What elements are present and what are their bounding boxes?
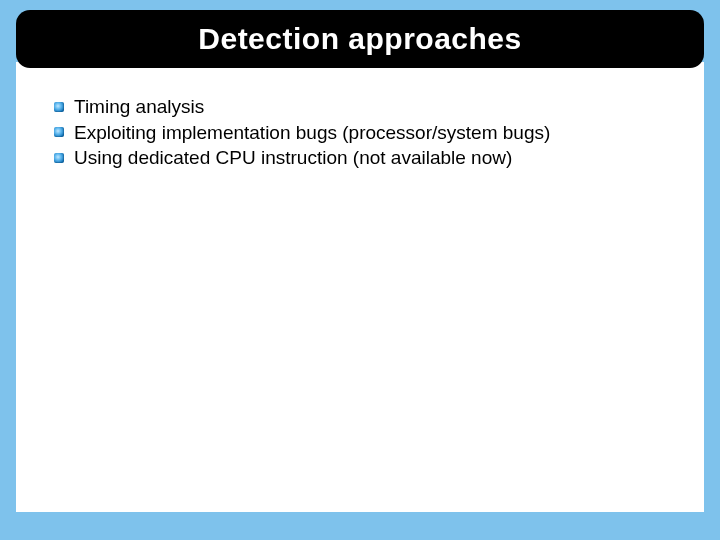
list-item: Exploiting implementation bugs (processo… (54, 120, 690, 146)
bullet-icon (54, 127, 64, 137)
bullet-text: Using dedicated CPU instruction (not ava… (74, 145, 512, 171)
list-item: Using dedicated CPU instruction (not ava… (54, 145, 690, 171)
bullet-text: Timing analysis (74, 94, 204, 120)
slide-title: Detection approaches (198, 22, 521, 56)
bullet-icon (54, 153, 64, 163)
bullet-icon (54, 102, 64, 112)
bullet-text: Exploiting implementation bugs (processo… (74, 120, 550, 146)
slide: Detection approaches Timing analysis Exp… (0, 0, 720, 540)
list-item: Timing analysis (54, 94, 690, 120)
bullet-list: Timing analysis Exploiting implementatio… (54, 94, 690, 171)
title-bar: Detection approaches (16, 10, 704, 68)
